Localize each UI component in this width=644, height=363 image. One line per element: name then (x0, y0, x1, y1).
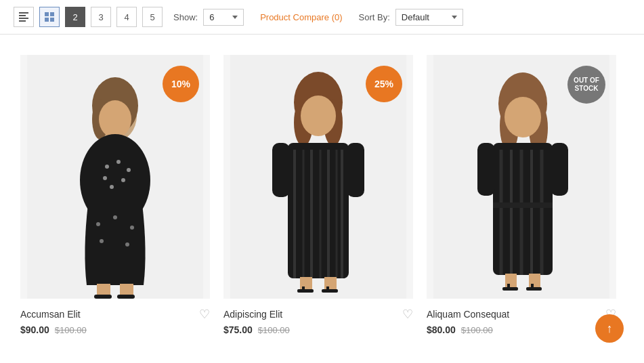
product-info-2: Adipiscing Elit ♡ (223, 307, 413, 322)
grid-view-button[interactable] (39, 7, 60, 27)
svg-rect-36 (300, 277, 312, 291)
product-card-1: 10% Accumsan Elit ♡ $90.00 $100.00 (14, 48, 217, 342)
product-image-1[interactable]: 10% (20, 55, 210, 299)
product-name-1: Accumsan Elit (20, 309, 81, 320)
product-image-2[interactable]: 25% (223, 55, 413, 299)
columns-2-button[interactable]: 2 (65, 7, 85, 27)
svg-rect-60 (507, 284, 510, 290)
svg-rect-39 (322, 289, 338, 293)
svg-rect-61 (531, 284, 534, 290)
svg-point-16 (125, 242, 129, 247)
toolbar: Grid 2 3 4 5 Show: 6 12 18 24 Product Co… (0, 0, 644, 35)
svg-point-12 (96, 222, 100, 226)
svg-point-8 (127, 168, 131, 172)
svg-rect-35 (347, 143, 364, 197)
price-original-2: $100.00 (258, 325, 290, 335)
product-prices-2: $75.00 $100.00 (223, 324, 413, 335)
svg-point-10 (121, 178, 125, 182)
product-prices-1: $90.00 $100.00 (20, 324, 210, 335)
grid-icon (45, 12, 54, 22)
scroll-top-button[interactable]: ↑ (595, 314, 624, 343)
product-compare-button[interactable]: Product Compare (0) (255, 12, 347, 22)
svg-rect-18 (120, 284, 133, 296)
product-card-2: 25% Adipiscing Elit ♡ $75.00 $100.00 (217, 48, 420, 342)
product-badge-3: OUT OF STOCK (567, 66, 605, 104)
show-select[interactable]: 6 12 18 24 (203, 9, 244, 26)
svg-rect-40 (302, 286, 305, 292)
svg-rect-41 (326, 286, 329, 292)
svg-rect-26 (288, 143, 349, 278)
columns-5-button[interactable]: 5 (142, 7, 163, 27)
product-badge-2: 25% (366, 66, 402, 102)
svg-rect-34 (272, 143, 290, 197)
svg-point-25 (301, 95, 336, 136)
svg-point-6 (105, 165, 109, 169)
list-view-button[interactable] (14, 7, 34, 27)
list-icon (19, 12, 28, 22)
svg-point-46 (505, 97, 541, 137)
svg-point-14 (130, 226, 134, 230)
svg-point-15 (100, 239, 104, 243)
price-current-3: $80.00 (427, 324, 456, 335)
svg-rect-59 (526, 287, 542, 291)
scroll-top-icon: ↑ (607, 322, 613, 336)
svg-rect-54 (551, 143, 568, 196)
price-current-1: $90.00 (20, 324, 49, 335)
svg-point-7 (116, 160, 121, 164)
svg-rect-53 (477, 143, 495, 196)
svg-point-4 (99, 100, 131, 138)
svg-rect-19 (94, 295, 112, 299)
svg-rect-38 (297, 289, 314, 293)
grid-view-wrap: Grid (14, 7, 34, 27)
price-original-3: $100.00 (461, 325, 493, 335)
svg-rect-56 (505, 274, 517, 289)
svg-rect-17 (97, 284, 110, 296)
columns-4-button[interactable]: 4 (116, 7, 137, 27)
product-badge-1: 10% (163, 66, 199, 102)
sort-select[interactable]: Default Name Price Rating (395, 9, 463, 26)
svg-rect-58 (502, 287, 518, 291)
product-info-1: Accumsan Elit ♡ (20, 307, 210, 322)
wishlist-button-1[interactable]: ♡ (199, 307, 210, 322)
svg-point-11 (110, 185, 114, 189)
price-current-2: $75.00 (223, 324, 253, 335)
product-info-3: Aliquam Consequat ♡ (427, 307, 616, 322)
wishlist-button-2[interactable]: ♡ (402, 307, 413, 322)
sort-label: Sort By: (359, 12, 390, 22)
price-original-1: $100.00 (55, 325, 87, 335)
svg-point-9 (103, 176, 107, 180)
product-name-2: Adipiscing Elit (223, 309, 282, 320)
svg-rect-20 (117, 295, 135, 299)
columns-3-button[interactable]: 3 (91, 7, 111, 27)
products-grid: 10% Accumsan Elit ♡ $90.00 $100.00 (0, 35, 644, 349)
svg-rect-55 (493, 202, 553, 208)
show-label: Show: (173, 12, 198, 22)
svg-rect-57 (529, 274, 540, 289)
product-name-3: Aliquam Consequat (427, 309, 509, 320)
product-image-3[interactable]: OUT OF STOCK (427, 55, 616, 299)
product-card-3: OUT OF STOCK Aliquam Consequat ♡ $80.00 … (420, 48, 623, 342)
svg-rect-37 (324, 277, 337, 291)
svg-point-13 (113, 215, 117, 219)
product-prices-3: $80.00 $100.00 (427, 324, 616, 335)
